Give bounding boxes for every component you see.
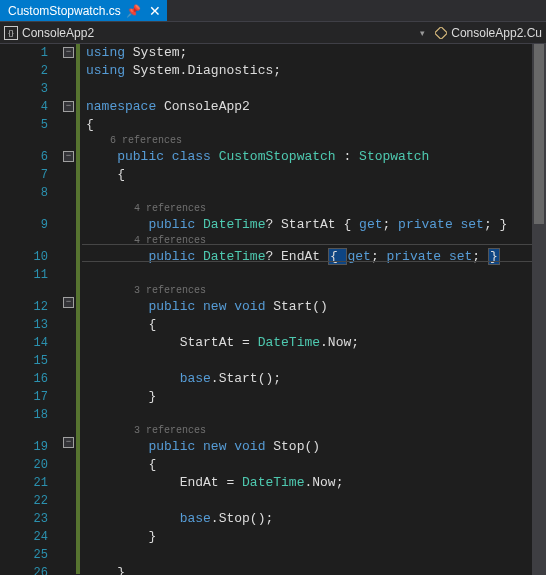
- nav-bar: {} ConsoleApp2 ▾ ConsoleApp2.Cu: [0, 22, 546, 44]
- scrollbar-thumb[interactable]: [534, 44, 544, 224]
- fold-toggle[interactable]: −: [63, 437, 74, 448]
- code-area[interactable]: using System; using System.Diagnostics; …: [82, 44, 546, 575]
- namespace-dropdown[interactable]: {} ConsoleApp2: [0, 26, 98, 40]
- fold-toggle[interactable]: −: [63, 101, 74, 112]
- fold-toggle[interactable]: −: [63, 297, 74, 308]
- fold-toggle[interactable]: −: [63, 151, 74, 162]
- pin-icon[interactable]: 📌: [127, 4, 141, 18]
- chevron-down-icon[interactable]: ▾: [414, 28, 431, 38]
- class-label: ConsoleApp2.Cu: [451, 26, 542, 40]
- vertical-scrollbar[interactable]: [532, 44, 546, 575]
- tab-filename: CustomStopwatch.cs: [8, 4, 121, 18]
- file-tab[interactable]: CustomStopwatch.cs 📌 ✕: [0, 0, 167, 21]
- codelens-references[interactable]: 3 references: [134, 285, 206, 296]
- namespace-icon: {}: [4, 26, 18, 40]
- class-dropdown[interactable]: ConsoleApp2.Cu: [431, 26, 546, 40]
- namespace-label: ConsoleApp2: [22, 26, 94, 40]
- codelens-references[interactable]: 4 references: [134, 235, 206, 246]
- fold-toggle[interactable]: −: [63, 47, 74, 58]
- code-editor[interactable]: 1 2 3 4 5 6 7 8 9 10 11 12 13 14 15 16 1…: [0, 44, 546, 575]
- class-icon: [435, 27, 447, 39]
- codelens-references[interactable]: 3 references: [134, 425, 206, 436]
- codelens-references[interactable]: 6 references: [110, 135, 182, 146]
- line-number-gutter: 1 2 3 4 5 6 7 8 9 10 11 12 13 14 15 16 1…: [0, 44, 62, 575]
- tab-bar: CustomStopwatch.cs 📌 ✕: [0, 0, 546, 22]
- close-icon[interactable]: ✕: [147, 3, 163, 19]
- fold-gutter: − − − − −: [62, 44, 76, 575]
- svg-rect-0: [435, 27, 447, 39]
- codelens-references[interactable]: 4 references: [134, 203, 206, 214]
